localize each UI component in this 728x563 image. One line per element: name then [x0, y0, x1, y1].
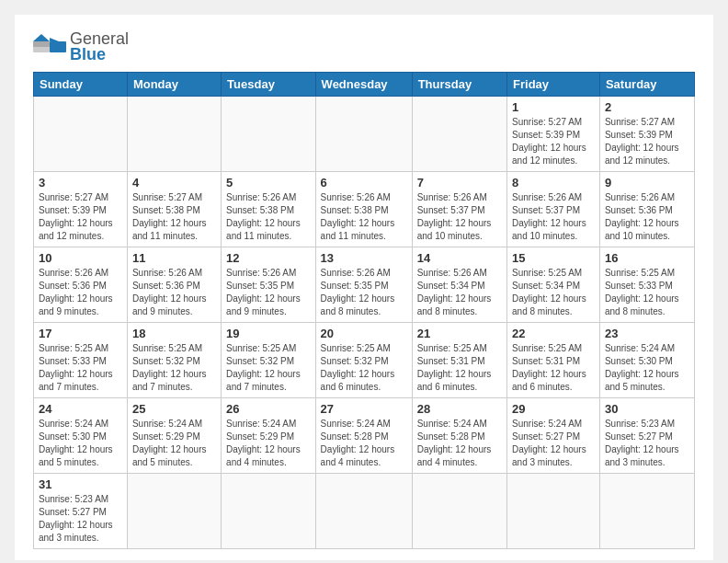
- day-number: 10: [39, 251, 122, 265]
- day-info: Sunrise: 5:26 AMSunset: 5:34 PMDaylight:…: [417, 267, 502, 318]
- day-number: 11: [132, 251, 216, 265]
- logo-text: General Blue: [70, 29, 129, 64]
- calendar-day-cell: 14Sunrise: 5:26 AMSunset: 5:34 PMDayligh…: [412, 247, 506, 323]
- day-info: Sunrise: 5:26 AMSunset: 5:37 PMDaylight:…: [417, 191, 502, 243]
- day-info: Sunrise: 5:26 AMSunset: 5:35 PMDaylight:…: [321, 267, 407, 318]
- calendar-day-cell: [599, 474, 694, 549]
- day-number: 29: [512, 402, 595, 416]
- calendar-day-cell: 24Sunrise: 5:24 AMSunset: 5:30 PMDayligh…: [34, 398, 128, 474]
- day-info: Sunrise: 5:26 AMSunset: 5:36 PMDaylight:…: [39, 267, 122, 318]
- weekday-header-saturday: Saturday: [599, 73, 694, 97]
- day-number: 12: [226, 251, 311, 265]
- day-number: 24: [39, 402, 122, 416]
- calendar-day-cell: 30Sunrise: 5:23 AMSunset: 5:27 PMDayligh…: [599, 398, 694, 474]
- day-number: 26: [226, 402, 311, 416]
- weekday-header-tuesday: Tuesday: [222, 73, 316, 97]
- calendar-day-cell: 25Sunrise: 5:24 AMSunset: 5:29 PMDayligh…: [127, 398, 221, 474]
- day-number: 13: [321, 251, 407, 265]
- calendar-page: General Blue SundayMondayTuesdayWednesda…: [15, 15, 713, 560]
- calendar-day-cell: [315, 97, 412, 172]
- day-number: 7: [417, 176, 502, 190]
- day-info: Sunrise: 5:26 AMSunset: 5:37 PMDaylight:…: [512, 191, 595, 243]
- day-info: Sunrise: 5:27 AMSunset: 5:39 PMDaylight:…: [512, 116, 595, 167]
- calendar-day-cell: 11Sunrise: 5:26 AMSunset: 5:36 PMDayligh…: [127, 247, 221, 323]
- day-info: Sunrise: 5:26 AMSunset: 5:36 PMDaylight:…: [132, 267, 216, 318]
- calendar-day-cell: 7Sunrise: 5:26 AMSunset: 5:37 PMDaylight…: [412, 172, 506, 247]
- calendar-day-cell: 4Sunrise: 5:27 AMSunset: 5:38 PMDaylight…: [127, 172, 221, 247]
- day-number: 5: [226, 176, 311, 190]
- day-info: Sunrise: 5:23 AMSunset: 5:27 PMDaylight:…: [605, 418, 689, 469]
- day-info: Sunrise: 5:25 AMSunset: 5:32 PMDaylight:…: [132, 342, 216, 394]
- calendar-day-cell: 16Sunrise: 5:25 AMSunset: 5:33 PMDayligh…: [599, 247, 694, 323]
- calendar-week-row: 10Sunrise: 5:26 AMSunset: 5:36 PMDayligh…: [34, 247, 695, 323]
- calendar-day-cell: 23Sunrise: 5:24 AMSunset: 5:30 PMDayligh…: [599, 323, 694, 398]
- day-info: Sunrise: 5:26 AMSunset: 5:36 PMDaylight:…: [605, 191, 689, 243]
- day-info: Sunrise: 5:25 AMSunset: 5:32 PMDaylight:…: [226, 342, 311, 394]
- calendar-day-cell: 13Sunrise: 5:26 AMSunset: 5:35 PMDayligh…: [315, 247, 412, 323]
- day-info: Sunrise: 5:25 AMSunset: 5:32 PMDaylight:…: [321, 342, 407, 394]
- calendar-day-cell: 17Sunrise: 5:25 AMSunset: 5:33 PMDayligh…: [34, 323, 128, 398]
- weekday-header-monday: Monday: [127, 73, 221, 97]
- calendar-day-cell: 29Sunrise: 5:24 AMSunset: 5:27 PMDayligh…: [507, 398, 600, 474]
- day-number: 4: [132, 176, 216, 190]
- calendar-day-cell: 21Sunrise: 5:25 AMSunset: 5:31 PMDayligh…: [412, 323, 506, 398]
- day-number: 15: [512, 251, 595, 265]
- calendar-day-cell: [412, 97, 506, 172]
- svg-rect-1: [33, 41, 50, 47]
- day-info: Sunrise: 5:23 AMSunset: 5:27 PMDaylight:…: [39, 493, 122, 545]
- calendar-day-cell: 15Sunrise: 5:25 AMSunset: 5:34 PMDayligh…: [507, 247, 600, 323]
- day-number: 21: [417, 327, 502, 340]
- calendar-day-cell: 5Sunrise: 5:26 AMSunset: 5:38 PMDaylight…: [222, 172, 316, 247]
- day-info: Sunrise: 5:25 AMSunset: 5:31 PMDaylight:…: [417, 342, 502, 394]
- day-number: 17: [39, 327, 122, 340]
- calendar-day-cell: 19Sunrise: 5:25 AMSunset: 5:32 PMDayligh…: [222, 323, 316, 398]
- svg-marker-2: [33, 34, 50, 41]
- calendar-day-cell: [127, 97, 221, 172]
- calendar-week-row: 24Sunrise: 5:24 AMSunset: 5:30 PMDayligh…: [34, 398, 695, 474]
- weekday-header-wednesday: Wednesday: [315, 73, 412, 97]
- calendar-day-cell: 10Sunrise: 5:26 AMSunset: 5:36 PMDayligh…: [34, 247, 128, 323]
- calendar-day-cell: 1Sunrise: 5:27 AMSunset: 5:39 PMDaylight…: [507, 97, 600, 172]
- day-info: Sunrise: 5:26 AMSunset: 5:38 PMDaylight:…: [321, 191, 407, 243]
- day-info: Sunrise: 5:25 AMSunset: 5:33 PMDaylight:…: [605, 267, 689, 318]
- day-info: Sunrise: 5:24 AMSunset: 5:29 PMDaylight:…: [226, 418, 311, 469]
- day-number: 18: [132, 327, 216, 340]
- calendar-day-cell: 8Sunrise: 5:26 AMSunset: 5:37 PMDaylight…: [507, 172, 600, 247]
- day-number: 22: [512, 327, 595, 340]
- day-info: Sunrise: 5:27 AMSunset: 5:38 PMDaylight:…: [132, 191, 216, 243]
- calendar-day-cell: [34, 97, 128, 172]
- weekday-header-row: SundayMondayTuesdayWednesdayThursdayFrid…: [34, 73, 695, 97]
- day-number: 20: [321, 327, 407, 340]
- day-number: 16: [605, 251, 689, 265]
- day-info: Sunrise: 5:25 AMSunset: 5:33 PMDaylight:…: [39, 342, 122, 394]
- day-info: Sunrise: 5:27 AMSunset: 5:39 PMDaylight:…: [605, 116, 689, 167]
- page-header: General Blue: [33, 29, 695, 64]
- weekday-header-friday: Friday: [507, 73, 600, 97]
- calendar-day-cell: [507, 474, 600, 549]
- calendar-week-row: 3Sunrise: 5:27 AMSunset: 5:39 PMDaylight…: [34, 172, 695, 247]
- day-info: Sunrise: 5:24 AMSunset: 5:30 PMDaylight:…: [39, 418, 122, 469]
- day-number: 1: [512, 100, 595, 114]
- calendar-day-cell: 31Sunrise: 5:23 AMSunset: 5:27 PMDayligh…: [34, 474, 128, 549]
- day-number: 19: [226, 327, 311, 340]
- svg-marker-3: [50, 38, 59, 41]
- day-info: Sunrise: 5:24 AMSunset: 5:28 PMDaylight:…: [321, 418, 407, 469]
- day-info: Sunrise: 5:25 AMSunset: 5:34 PMDaylight:…: [512, 267, 595, 318]
- day-info: Sunrise: 5:24 AMSunset: 5:27 PMDaylight:…: [512, 418, 595, 469]
- day-number: 27: [321, 402, 407, 416]
- calendar-week-row: 1Sunrise: 5:27 AMSunset: 5:39 PMDaylight…: [34, 97, 695, 172]
- day-info: Sunrise: 5:24 AMSunset: 5:30 PMDaylight:…: [605, 342, 689, 394]
- calendar-day-cell: 2Sunrise: 5:27 AMSunset: 5:39 PMDaylight…: [599, 97, 694, 172]
- calendar-day-cell: 9Sunrise: 5:26 AMSunset: 5:36 PMDaylight…: [599, 172, 694, 247]
- day-info: Sunrise: 5:26 AMSunset: 5:35 PMDaylight:…: [226, 267, 311, 318]
- day-number: 14: [417, 251, 502, 265]
- calendar-day-cell: [315, 474, 412, 549]
- svg-rect-4: [50, 41, 66, 52]
- calendar-day-cell: 27Sunrise: 5:24 AMSunset: 5:28 PMDayligh…: [315, 398, 412, 474]
- calendar-day-cell: [412, 474, 506, 549]
- day-number: 6: [321, 176, 407, 190]
- day-number: 23: [605, 327, 689, 340]
- calendar-day-cell: [222, 97, 316, 172]
- weekday-header-thursday: Thursday: [412, 73, 506, 97]
- day-number: 8: [512, 176, 595, 190]
